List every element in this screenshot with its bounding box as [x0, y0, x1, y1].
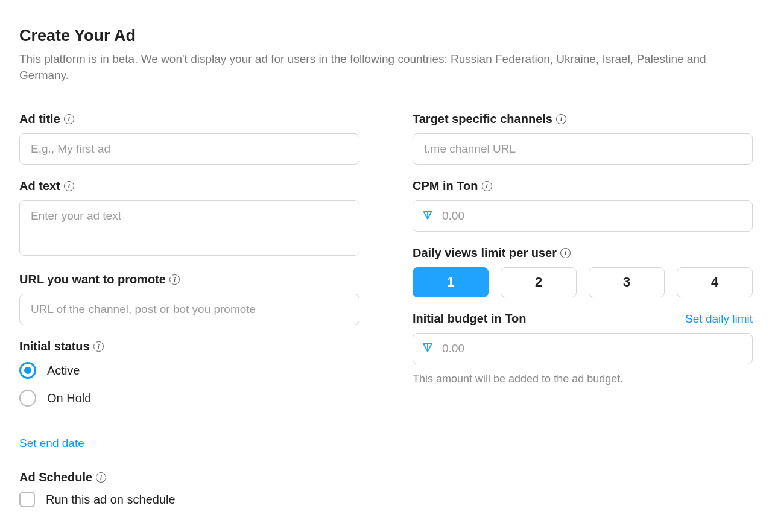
radio-indicator-icon	[19, 362, 36, 379]
right-column: Target specific channels i CPM in Ton i	[413, 112, 753, 522]
ad-title-field: Ad title i	[19, 112, 359, 165]
ad-title-input[interactable]	[19, 133, 359, 165]
info-icon[interactable]: i	[482, 181, 492, 191]
schedule-checkbox[interactable]: Run this ad on schedule	[19, 492, 359, 507]
ton-icon	[422, 342, 433, 355]
info-icon[interactable]: i	[169, 274, 180, 285]
checkbox-box-icon	[19, 492, 35, 507]
ad-text-field: Ad text i	[19, 179, 359, 258]
info-icon[interactable]: i	[93, 341, 104, 352]
ton-icon	[422, 209, 433, 223]
radio-on-hold-label: On Hold	[47, 391, 91, 405]
ad-text-label: Ad text	[19, 179, 60, 193]
radio-indicator-icon	[19, 390, 36, 407]
info-icon[interactable]: i	[64, 181, 74, 191]
page-title: Create Your Ad	[19, 27, 753, 45]
target-channels-input[interactable]	[413, 133, 753, 165]
radio-active[interactable]: Active	[19, 362, 359, 379]
promote-url-field: URL you want to promote i	[19, 273, 359, 325]
cpm-field: CPM in Ton i	[413, 179, 753, 232]
budget-input[interactable]	[413, 333, 753, 364]
schedule-checkbox-label: Run this ad on schedule	[46, 493, 176, 507]
ad-text-input[interactable]	[19, 200, 359, 256]
promote-url-input[interactable]	[19, 294, 359, 325]
views-option-3[interactable]: 3	[589, 267, 665, 297]
radio-active-label: Active	[47, 364, 80, 378]
cpm-label: CPM in Ton	[413, 179, 478, 193]
info-icon[interactable]: i	[556, 114, 566, 124]
set-daily-limit-link[interactable]: Set daily limit	[685, 312, 753, 326]
views-option-4[interactable]: 4	[677, 267, 753, 297]
target-channels-label: Target specific channels	[413, 112, 552, 126]
info-icon[interactable]: i	[560, 248, 571, 258]
ad-schedule-field: Ad Schedule i Run this ad on schedule	[19, 470, 359, 507]
budget-field: Initial budget in Ton Set daily limit Th…	[413, 312, 753, 385]
radio-on-hold[interactable]: On Hold	[19, 390, 359, 407]
ad-schedule-label: Ad Schedule	[19, 470, 92, 484]
set-end-date-link[interactable]: Set end date	[19, 437, 84, 450]
page-subtitle: This platform is in beta. We won't displ…	[19, 51, 753, 83]
initial-status-field: Initial status i Active On Hold	[19, 340, 359, 407]
cpm-input[interactable]	[413, 200, 753, 232]
info-icon[interactable]: i	[64, 114, 74, 124]
budget-label: Initial budget in Ton	[413, 312, 527, 326]
left-column: Ad title i Ad text i URL you want to pro…	[19, 112, 359, 522]
budget-helper: This amount will be added to the ad budg…	[413, 373, 753, 385]
promote-url-label: URL you want to promote	[19, 273, 166, 287]
views-option-1[interactable]: 1	[413, 267, 489, 297]
ad-title-label: Ad title	[19, 112, 60, 126]
views-option-2[interactable]: 2	[501, 267, 577, 297]
daily-views-field: Daily views limit per user i 1 2 3 4	[413, 246, 753, 297]
info-icon[interactable]: i	[96, 472, 106, 483]
daily-views-label: Daily views limit per user	[413, 246, 557, 260]
initial-status-label: Initial status	[19, 340, 90, 353]
target-channels-field: Target specific channels i	[413, 112, 753, 165]
